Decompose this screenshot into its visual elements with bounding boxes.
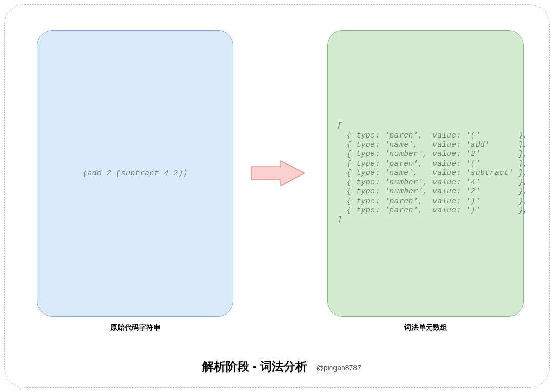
tokens-panel: [ { type: 'paren', value: '(' }, { type:… <box>327 30 524 317</box>
title-row: 解析阶段 - 词法分析 @pingan8787 <box>5 359 554 375</box>
arrow-shape <box>251 161 304 186</box>
diagram-container: (add 2 (subtract 4 2)) [ { type: 'paren'… <box>4 4 550 388</box>
diagram-title: 解析阶段 - 词法分析 <box>202 359 307 375</box>
arrow-right-icon <box>250 159 307 187</box>
source-caption: 原始代码字符串 <box>37 323 233 332</box>
tokens-text: [ { type: 'paren', value: '(' }, { type:… <box>337 122 528 225</box>
source-code-panel: (add 2 (subtract 4 2)) <box>37 30 233 317</box>
tokens-caption: 词法单元数组 <box>327 323 524 332</box>
author-handle: @pingan8787 <box>316 364 361 372</box>
source-code-text: (add 2 (subtract 4 2)) <box>83 169 188 178</box>
